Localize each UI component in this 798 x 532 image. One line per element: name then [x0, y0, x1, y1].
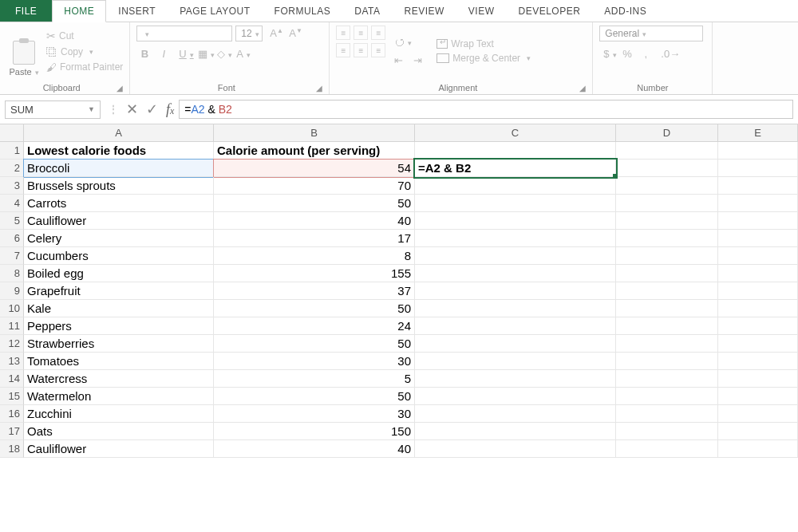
- cell-B16[interactable]: 30: [214, 405, 415, 423]
- cell-B13[interactable]: 30: [214, 353, 415, 370]
- cell-D1[interactable]: [616, 142, 718, 160]
- border-button[interactable]: ▦: [194, 46, 210, 61]
- increase-decimal-button[interactable]: .0→: [657, 46, 673, 61]
- tab-formulas[interactable]: FORMULAS: [263, 0, 343, 22]
- enter-formula-icon[interactable]: ✓: [146, 100, 158, 118]
- row-header-14[interactable]: 14: [0, 370, 24, 388]
- cell-D5[interactable]: [616, 212, 718, 230]
- row-header-5[interactable]: 5: [0, 212, 24, 230]
- column-header-D[interactable]: D: [616, 124, 718, 142]
- accounting-format-button[interactable]: $: [599, 46, 615, 61]
- percent-format-button[interactable]: %: [618, 46, 634, 61]
- row-header-12[interactable]: 12: [0, 335, 24, 353]
- cell-B1[interactable]: Calorie amount (per serving): [214, 142, 415, 160]
- cell-A11[interactable]: Peppers: [24, 317, 214, 335]
- column-header-B[interactable]: B: [214, 124, 415, 142]
- cell-C18[interactable]: [415, 440, 616, 458]
- row-header-11[interactable]: 11: [0, 317, 24, 335]
- tab-file[interactable]: FILE: [0, 0, 52, 22]
- row-header-3[interactable]: 3: [0, 177, 24, 195]
- row-header-16[interactable]: 16: [0, 405, 24, 423]
- cell-D15[interactable]: [616, 388, 718, 405]
- cell-E10[interactable]: [718, 300, 798, 317]
- cell-A17[interactable]: Oats: [24, 423, 214, 440]
- row-header-2[interactable]: 2: [0, 160, 24, 177]
- column-header-A[interactable]: A: [24, 124, 214, 142]
- cell-A10[interactable]: Kale: [24, 300, 214, 317]
- cell-C12[interactable]: [415, 335, 616, 353]
- spreadsheet-grid[interactable]: ABCDE 1Lowest calorie foodsCalorie amoun…: [0, 124, 798, 458]
- tab-add-ins[interactable]: ADD-INS: [592, 0, 658, 22]
- cell-C7[interactable]: [415, 247, 616, 265]
- cell-A7[interactable]: Cucumbers: [24, 247, 214, 265]
- cell-E13[interactable]: [718, 353, 798, 370]
- cell-B2[interactable]: 54: [214, 160, 415, 177]
- cell-A13[interactable]: Tomatoes: [24, 353, 214, 370]
- increase-indent-button[interactable]: ⇥: [409, 53, 425, 68]
- fill-color-button[interactable]: ◇: [213, 46, 229, 61]
- underline-button[interactable]: U: [175, 46, 191, 61]
- cell-B17[interactable]: 150: [214, 423, 415, 440]
- cell-D6[interactable]: [616, 230, 718, 247]
- row-header-10[interactable]: 10: [0, 300, 24, 317]
- cell-C10[interactable]: [415, 300, 616, 317]
- cell-D11[interactable]: [616, 317, 718, 335]
- cell-E16[interactable]: [718, 405, 798, 423]
- cell-D7[interactable]: [616, 247, 718, 265]
- cell-E12[interactable]: [718, 335, 798, 353]
- cell-B6[interactable]: 17: [214, 230, 415, 247]
- cell-D13[interactable]: [616, 353, 718, 370]
- align-bottom-left[interactable]: ≡: [336, 43, 350, 57]
- cell-E6[interactable]: [718, 230, 798, 247]
- cell-C3[interactable]: [415, 177, 616, 195]
- tab-data[interactable]: DATA: [342, 0, 392, 22]
- cell-E8[interactable]: [718, 265, 798, 282]
- row-header-9[interactable]: 9: [0, 282, 24, 300]
- cell-E17[interactable]: [718, 423, 798, 440]
- cell-B5[interactable]: 40: [214, 212, 415, 230]
- cell-C14[interactable]: [415, 370, 616, 388]
- font-launcher[interactable]: ◢: [316, 84, 322, 93]
- cell-B3[interactable]: 70: [214, 177, 415, 195]
- cell-D2[interactable]: [616, 160, 718, 177]
- cell-D8[interactable]: [616, 265, 718, 282]
- cell-A14[interactable]: Watercress: [24, 370, 214, 388]
- align-top-right[interactable]: ≡: [371, 26, 385, 40]
- cell-E3[interactable]: [718, 177, 798, 195]
- cell-A2[interactable]: Broccoli: [24, 160, 214, 177]
- cell-C13[interactable]: [415, 353, 616, 370]
- cell-C11[interactable]: [415, 317, 616, 335]
- cell-A16[interactable]: Zucchini: [24, 405, 214, 423]
- cell-D18[interactable]: [616, 440, 718, 458]
- cell-E2[interactable]: [718, 160, 798, 177]
- row-header-15[interactable]: 15: [0, 388, 24, 405]
- cell-D16[interactable]: [616, 405, 718, 423]
- decrease-font-button[interactable]: A▼: [285, 26, 301, 41]
- cell-C4[interactable]: [415, 195, 616, 212]
- cell-E15[interactable]: [718, 388, 798, 405]
- cell-C6[interactable]: [415, 230, 616, 247]
- cell-D3[interactable]: [616, 177, 718, 195]
- row-header-7[interactable]: 7: [0, 247, 24, 265]
- cell-C16[interactable]: [415, 405, 616, 423]
- cell-A3[interactable]: Brussels sprouts: [24, 177, 214, 195]
- cell-D9[interactable]: [616, 282, 718, 300]
- cell-E11[interactable]: [718, 317, 798, 335]
- align-bottom-center[interactable]: ≡: [354, 43, 368, 57]
- cell-A12[interactable]: Strawberries: [24, 335, 214, 353]
- cell-B7[interactable]: 8: [214, 247, 415, 265]
- cell-B12[interactable]: 50: [214, 335, 415, 353]
- cell-A1[interactable]: Lowest calorie foods: [24, 142, 214, 160]
- row-header-8[interactable]: 8: [0, 265, 24, 282]
- decrease-indent-button[interactable]: ⇤: [390, 53, 406, 68]
- tab-view[interactable]: VIEW: [456, 0, 507, 22]
- tab-review[interactable]: REVIEW: [392, 0, 456, 22]
- row-header-13[interactable]: 13: [0, 353, 24, 370]
- cell-E4[interactable]: [718, 195, 798, 212]
- increase-font-button[interactable]: A▲: [266, 26, 282, 41]
- number-format-select[interactable]: General: [599, 26, 703, 41]
- row-header-18[interactable]: 18: [0, 440, 24, 458]
- row-header-4[interactable]: 4: [0, 195, 24, 212]
- cell-C2[interactable]: =A2 & B2: [415, 160, 616, 177]
- bold-button[interactable]: B: [136, 46, 152, 61]
